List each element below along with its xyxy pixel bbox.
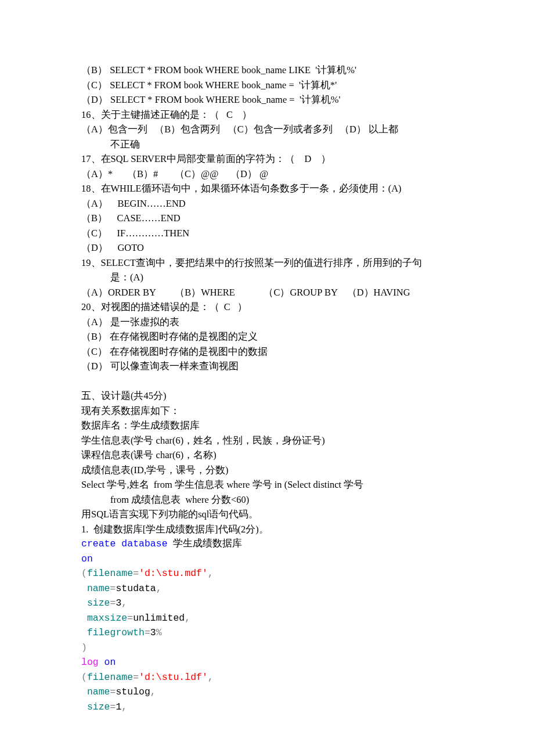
pct: %	[156, 627, 162, 638]
q20-option-a: （A） 是一张虚拟的表	[81, 315, 511, 330]
code-size-3: size=3,	[81, 596, 511, 611]
sec5-table-score: 成绩信息表(ID,学号，课号，分数)	[81, 463, 511, 478]
q20-option-d: （D） 可以像查询表一样来查询视图	[81, 359, 511, 374]
eq-7: =	[110, 686, 116, 697]
comma-6: ,	[150, 686, 156, 697]
sec5-select-stmt: Select 学号,姓名 from 学生信息表 where 学号 in (Sel…	[81, 477, 511, 492]
code-filename-mdf: (filename='d:\stu.mdf',	[81, 566, 511, 581]
sec5-table-course: 课程信息表(课号 char(6)，名称)	[81, 448, 511, 463]
eq-3: =	[110, 597, 116, 609]
opt-maxsize: maxsize	[81, 613, 127, 624]
q19-stem: 19、SELECT查询中，要把结果中的行按照某一列的值进行排序，所用到的子句	[81, 255, 511, 271]
eq-2: =	[110, 583, 116, 594]
db-name: 学生成绩数据库	[168, 538, 243, 549]
q17-stem: 17、在SQL SERVER中局部变量前面的字符为：（ D ）	[81, 152, 511, 167]
q16-options-cont: 不正确	[81, 137, 511, 152]
blank-line-1	[81, 374, 511, 389]
opt-size-1: size	[81, 597, 110, 609]
code-create-db: create database 学生成绩数据库	[81, 537, 511, 552]
q15-option-c: （C） SELECT * FROM book WHERE book_name =…	[81, 78, 511, 93]
comma-7: ,	[121, 701, 127, 712]
section-5-heading: 五、设计题(共45分)	[81, 388, 511, 404]
code-name-studata: name=studata,	[81, 581, 511, 596]
kw-create: create	[81, 538, 116, 549]
val-unlimited: unlimited	[133, 613, 185, 624]
val-3b: 3	[150, 627, 156, 638]
paren-open-1: (	[81, 568, 87, 579]
q18-option-c: （C） IF…………THEN	[81, 226, 511, 241]
q19-options: （A）ORDER BY （B）WHERE （C）GROUP BY （D）HAVI…	[81, 285, 511, 300]
kw-on: on	[81, 553, 93, 564]
paren-open-2: (	[81, 672, 87, 683]
q18-option-a: （A） BEGIN……END	[81, 196, 511, 211]
code-filename-ldf: (filename='d:\stu.ldf',	[81, 670, 511, 685]
q20-option-b: （B） 在存储视图时存储的是视图的定义	[81, 329, 511, 344]
q17-options: （A）* （B）# （C）@@ （D） @	[81, 167, 511, 182]
comma-3: ,	[121, 597, 127, 609]
str-mdf-path: 'd:\stu.mdf'	[139, 568, 208, 579]
val-studata: studata	[116, 583, 156, 594]
q15-option-d: （D） SELECT * FROM book WHERE book_name =…	[81, 92, 511, 107]
q20-option-c: （C） 在存储视图时存储的是视图中的数据	[81, 344, 511, 359]
code-log-on: log on	[81, 655, 511, 670]
opt-filename-2: filename	[87, 672, 133, 683]
code-size-1: size=1,	[81, 700, 511, 715]
eq-4: =	[127, 613, 133, 624]
q18-option-b: （B） CASE……END	[81, 211, 511, 226]
val-stulog: stulog	[116, 686, 150, 697]
code-maxsize: maxsize=unlimited,	[81, 611, 511, 626]
val-3a: 3	[116, 597, 121, 609]
eq-6: =	[133, 672, 139, 683]
val-1: 1	[116, 701, 121, 712]
kw-database: database	[116, 538, 167, 549]
eq-8: =	[110, 701, 116, 712]
code-close-paren-1: )	[81, 640, 511, 656]
q16-stem: 16、关于主键描述正确的是：（ C ）	[81, 107, 511, 123]
eq-1: =	[133, 568, 139, 579]
eq-5: =	[145, 627, 150, 638]
kw-on-2: on	[99, 657, 116, 668]
q18-stem: 18、在WHILE循环语句中，如果循环体语句条数多于一条，必须使用：(A)	[81, 181, 511, 196]
sec5-intro-1: 现有关系数据库如下：	[81, 404, 511, 419]
comma-4: ,	[185, 613, 190, 624]
sec5-instruction: 用SQL语言实现下列功能的sql语句代码。	[81, 507, 511, 522]
opt-filegrowth: filegrowth	[81, 627, 145, 638]
code-on: on	[81, 552, 511, 567]
opt-name-1: name	[81, 583, 110, 594]
q19-stem-cont: 是：(A)	[81, 270, 511, 285]
sec5-select-stmt-cont: from 成绩信息表 where 分数<60)	[81, 492, 511, 507]
q18-option-d: （D） GOTO	[81, 240, 511, 255]
kw-log: log	[81, 657, 99, 668]
opt-size-2: size	[81, 701, 110, 712]
code-filegrowth: filegrowth=3%	[81, 625, 511, 640]
q20-stem: 20、对视图的描述错误的是：（ C ）	[81, 300, 511, 315]
opt-name-2: name	[81, 686, 110, 697]
str-ldf-path: 'd:\stu.ldf'	[139, 672, 208, 683]
sec5-intro-2: 数据库名：学生成绩数据库	[81, 418, 511, 433]
comma-1: ,	[208, 568, 214, 579]
sec5-table-student: 学生信息表(学号 char(6)，姓名，性别，民族，身份证号)	[81, 433, 511, 448]
opt-filename-1: filename	[87, 568, 133, 579]
paren-close-1: )	[81, 642, 87, 653]
sec5-task1: 1. 创建数据库[学生成绩数据库]代码(2分)。	[81, 522, 511, 537]
comma-2: ,	[156, 583, 162, 594]
q15-option-b: （B） SELECT * FROM book WHERE book_name L…	[81, 63, 511, 78]
comma-5: ,	[208, 672, 214, 683]
q16-options: （A）包含一列 （B）包含两列 （C）包含一列或者多列 （D） 以上都	[81, 122, 511, 137]
code-name-stulog: name=stulog,	[81, 685, 511, 700]
